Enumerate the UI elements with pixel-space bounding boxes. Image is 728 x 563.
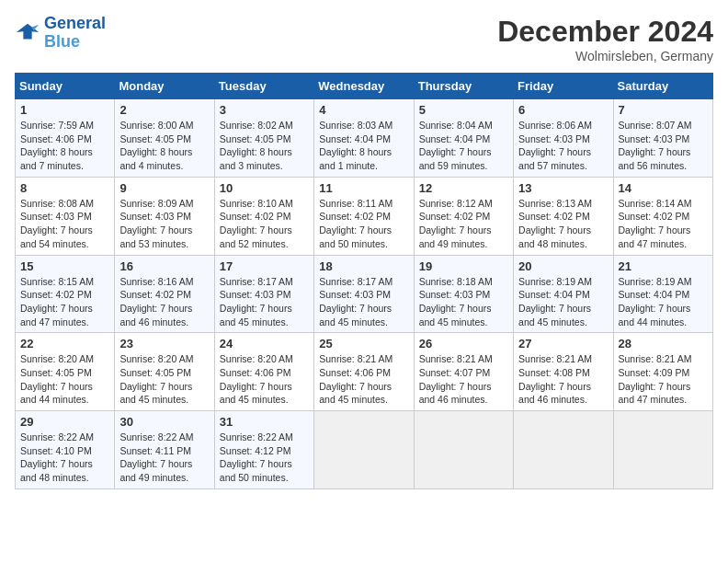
- day-info: Sunrise: 8:17 AM Sunset: 4:03 PM Dayligh…: [319, 275, 408, 329]
- day-number: 23: [119, 337, 209, 350]
- day-number: 26: [419, 337, 508, 350]
- location-subtitle: Wolmirsleben, Germany: [497, 49, 713, 63]
- calendar-week-row: 8Sunrise: 8:08 AM Sunset: 4:03 PM Daylig…: [16, 177, 713, 255]
- month-title: December 2024: [497, 15, 713, 49]
- day-of-week-header: Tuesday: [214, 74, 313, 99]
- day-number: 3: [220, 103, 309, 117]
- day-number: 29: [20, 415, 109, 429]
- day-number: 25: [319, 337, 408, 350]
- day-number: 17: [220, 259, 309, 273]
- day-number: 9: [119, 181, 209, 195]
- day-info: Sunrise: 8:00 AM Sunset: 4:05 PM Dayligh…: [119, 119, 209, 173]
- day-of-week-header: Friday: [514, 74, 613, 99]
- day-number: 27: [518, 337, 608, 350]
- calendar-week-row: 22Sunrise: 8:20 AM Sunset: 4:05 PM Dayli…: [16, 333, 713, 411]
- calendar-cell: 22Sunrise: 8:20 AM Sunset: 4:05 PM Dayli…: [16, 333, 115, 411]
- day-number: 6: [518, 103, 608, 117]
- day-number: 4: [319, 103, 408, 117]
- calendar-cell: 6Sunrise: 8:06 AM Sunset: 4:03 PM Daylig…: [514, 99, 613, 178]
- calendar-header-row: SundayMondayTuesdayWednesdayThursdayFrid…: [16, 74, 713, 99]
- calendar-cell: 10Sunrise: 8:10 AM Sunset: 4:02 PM Dayli…: [214, 177, 313, 255]
- day-of-week-header: Wednesday: [314, 74, 414, 99]
- calendar-cell: 9Sunrise: 8:09 AM Sunset: 4:03 PM Daylig…: [115, 177, 214, 255]
- calendar-cell: 17Sunrise: 8:17 AM Sunset: 4:03 PM Dayli…: [214, 255, 313, 333]
- day-number: 22: [20, 337, 109, 350]
- day-info: Sunrise: 7:59 AM Sunset: 4:06 PM Dayligh…: [20, 119, 109, 173]
- day-info: Sunrise: 8:07 AM Sunset: 4:03 PM Dayligh…: [619, 119, 708, 173]
- day-number: 2: [119, 103, 209, 117]
- day-number: 5: [419, 103, 508, 117]
- day-info: Sunrise: 8:20 AM Sunset: 4:05 PM Dayligh…: [20, 352, 109, 407]
- calendar-cell: 20Sunrise: 8:19 AM Sunset: 4:04 PM Dayli…: [514, 255, 613, 333]
- calendar-cell: 31Sunrise: 8:22 AM Sunset: 4:12 PM Dayli…: [214, 411, 313, 489]
- day-info: Sunrise: 8:11 AM Sunset: 4:02 PM Dayligh…: [319, 197, 408, 251]
- day-number: 20: [518, 259, 608, 273]
- calendar-cell: 14Sunrise: 8:14 AM Sunset: 4:02 PM Dayli…: [613, 177, 712, 255]
- day-number: 16: [119, 259, 209, 273]
- calendar-cell: 23Sunrise: 8:20 AM Sunset: 4:05 PM Dayli…: [115, 333, 214, 411]
- calendar-cell: [613, 411, 712, 489]
- day-info: Sunrise: 8:21 AM Sunset: 4:07 PM Dayligh…: [419, 352, 508, 407]
- day-info: Sunrise: 8:22 AM Sunset: 4:12 PM Dayligh…: [220, 431, 309, 485]
- day-info: Sunrise: 8:17 AM Sunset: 4:03 PM Dayligh…: [220, 275, 309, 329]
- calendar-cell: 15Sunrise: 8:15 AM Sunset: 4:02 PM Dayli…: [16, 255, 115, 333]
- day-info: Sunrise: 8:21 AM Sunset: 4:09 PM Dayligh…: [619, 352, 708, 407]
- calendar-cell: 29Sunrise: 8:22 AM Sunset: 4:10 PM Dayli…: [16, 411, 115, 489]
- day-info: Sunrise: 8:13 AM Sunset: 4:02 PM Dayligh…: [518, 197, 608, 251]
- calendar-cell: 30Sunrise: 8:22 AM Sunset: 4:11 PM Dayli…: [115, 411, 214, 489]
- calendar-cell: [414, 411, 513, 489]
- calendar-cell: 2Sunrise: 8:00 AM Sunset: 4:05 PM Daylig…: [115, 99, 214, 178]
- day-info: Sunrise: 8:14 AM Sunset: 4:02 PM Dayligh…: [619, 197, 708, 251]
- calendar-cell: 4Sunrise: 8:03 AM Sunset: 4:04 PM Daylig…: [314, 99, 414, 178]
- day-number: 14: [619, 181, 708, 195]
- day-number: 13: [518, 181, 608, 195]
- calendar-cell: 1Sunrise: 7:59 AM Sunset: 4:06 PM Daylig…: [16, 99, 115, 178]
- day-of-week-header: Monday: [115, 74, 214, 99]
- day-info: Sunrise: 8:15 AM Sunset: 4:02 PM Dayligh…: [20, 275, 109, 329]
- calendar-cell: 13Sunrise: 8:13 AM Sunset: 4:02 PM Dayli…: [514, 177, 613, 255]
- day-number: 12: [419, 181, 508, 195]
- day-number: 28: [619, 337, 708, 350]
- day-info: Sunrise: 8:22 AM Sunset: 4:11 PM Dayligh…: [119, 431, 209, 485]
- logo: General Blue: [15, 15, 106, 52]
- day-number: 24: [220, 337, 309, 350]
- day-number: 30: [119, 415, 209, 429]
- day-info: Sunrise: 8:10 AM Sunset: 4:02 PM Dayligh…: [220, 197, 309, 251]
- calendar-cell: 12Sunrise: 8:12 AM Sunset: 4:02 PM Dayli…: [414, 177, 513, 255]
- calendar-cell: 26Sunrise: 8:21 AM Sunset: 4:07 PM Dayli…: [414, 333, 513, 411]
- calendar-cell: 11Sunrise: 8:11 AM Sunset: 4:02 PM Dayli…: [314, 177, 414, 255]
- day-of-week-header: Saturday: [613, 74, 712, 99]
- day-info: Sunrise: 8:09 AM Sunset: 4:03 PM Dayligh…: [119, 197, 209, 251]
- calendar-cell: 19Sunrise: 8:18 AM Sunset: 4:03 PM Dayli…: [414, 255, 513, 333]
- calendar-cell: [314, 411, 414, 489]
- title-block: December 2024 Wolmirsleben, Germany: [497, 15, 713, 63]
- day-number: 8: [20, 181, 109, 195]
- day-info: Sunrise: 8:19 AM Sunset: 4:04 PM Dayligh…: [619, 275, 708, 329]
- calendar-cell: 18Sunrise: 8:17 AM Sunset: 4:03 PM Dayli…: [314, 255, 414, 333]
- calendar-cell: 16Sunrise: 8:16 AM Sunset: 4:02 PM Dayli…: [115, 255, 214, 333]
- day-info: Sunrise: 8:18 AM Sunset: 4:03 PM Dayligh…: [419, 275, 508, 329]
- calendar-cell: 24Sunrise: 8:20 AM Sunset: 4:06 PM Dayli…: [214, 333, 313, 411]
- day-number: 1: [20, 103, 109, 117]
- calendar-cell: 28Sunrise: 8:21 AM Sunset: 4:09 PM Dayli…: [613, 333, 712, 411]
- day-info: Sunrise: 8:22 AM Sunset: 4:10 PM Dayligh…: [20, 431, 109, 485]
- day-info: Sunrise: 8:21 AM Sunset: 4:06 PM Dayligh…: [319, 352, 408, 407]
- logo-icon: [15, 20, 40, 46]
- calendar-cell: 21Sunrise: 8:19 AM Sunset: 4:04 PM Dayli…: [613, 255, 712, 333]
- day-info: Sunrise: 8:21 AM Sunset: 4:08 PM Dayligh…: [518, 352, 608, 407]
- day-info: Sunrise: 8:08 AM Sunset: 4:03 PM Dayligh…: [20, 197, 109, 251]
- calendar-cell: [514, 411, 613, 489]
- day-number: 21: [619, 259, 708, 273]
- day-number: 31: [220, 415, 309, 429]
- calendar-cell: 25Sunrise: 8:21 AM Sunset: 4:06 PM Dayli…: [314, 333, 414, 411]
- calendar-week-row: 15Sunrise: 8:15 AM Sunset: 4:02 PM Dayli…: [16, 255, 713, 333]
- day-of-week-header: Sunday: [16, 74, 115, 99]
- calendar-week-row: 1Sunrise: 7:59 AM Sunset: 4:06 PM Daylig…: [16, 99, 713, 178]
- day-number: 11: [319, 181, 408, 195]
- calendar-week-row: 29Sunrise: 8:22 AM Sunset: 4:10 PM Dayli…: [16, 411, 713, 489]
- day-info: Sunrise: 8:20 AM Sunset: 4:06 PM Dayligh…: [220, 352, 309, 407]
- day-number: 18: [319, 259, 408, 273]
- calendar-cell: 27Sunrise: 8:21 AM Sunset: 4:08 PM Dayli…: [514, 333, 613, 411]
- day-info: Sunrise: 8:04 AM Sunset: 4:04 PM Dayligh…: [419, 119, 508, 173]
- calendar-cell: 8Sunrise: 8:08 AM Sunset: 4:03 PM Daylig…: [16, 177, 115, 255]
